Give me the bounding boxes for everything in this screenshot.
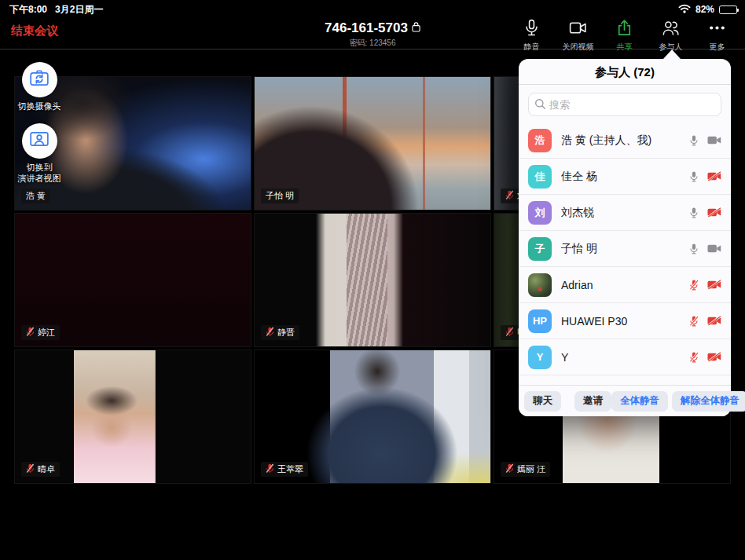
- zoom-meeting-screen: 下午8:003月2日周一 82% 结束会议 746-161-5703 密码: 1…: [0, 0, 745, 560]
- participant-row[interactable]: 浩 浩 黄 (主持人、我): [519, 123, 731, 159]
- video-off-icon[interactable]: [707, 280, 721, 290]
- date: 3月2日周一: [55, 4, 103, 15]
- avatar: Y: [528, 346, 552, 369]
- muted-mic-icon: [505, 190, 514, 202]
- wifi-icon: [678, 4, 691, 16]
- invite-button[interactable]: 邀请: [574, 391, 611, 412]
- speaker-view-button[interactable]: 切换到演讲者视图: [12, 123, 67, 185]
- video-tile[interactable]: 子怡 明: [254, 76, 491, 210]
- video-tile[interactable]: 王萃翠: [254, 350, 491, 484]
- chat-button[interactable]: 聊天: [524, 391, 561, 412]
- battery-percent: 82%: [695, 4, 714, 15]
- participant-name: 刘杰锐: [561, 206, 688, 220]
- speaker-view-icon: [29, 129, 50, 152]
- mic-on-icon[interactable]: [688, 134, 699, 147]
- avatar: 浩: [528, 129, 552, 152]
- participants-icon: [661, 18, 681, 41]
- popover-arrow: [663, 49, 681, 59]
- more-icon: [707, 18, 727, 41]
- participant-name: 佳仝 杨: [561, 170, 688, 184]
- participant-name: HUAWEI P30: [561, 315, 688, 328]
- video-off-icon[interactable]: [707, 207, 721, 218]
- mic-on-icon[interactable]: [688, 170, 699, 183]
- participant-name-badge: 王萃翠: [261, 462, 308, 477]
- mic-off-icon[interactable]: [688, 279, 699, 291]
- video-camera-icon: [568, 18, 588, 41]
- participants-footer: 聊天 邀请 全体静音 解除全体静音: [519, 385, 731, 416]
- share-button[interactable]: 共享: [601, 18, 648, 53]
- participant-name: Adrian: [561, 279, 688, 291]
- video-off-icon[interactable]: [707, 171, 721, 181]
- muted-mic-icon: [26, 327, 35, 339]
- video-off-icon[interactable]: [707, 316, 721, 326]
- switch-camera-label: 切换摄像头: [18, 101, 61, 112]
- microphone-icon: [522, 18, 541, 41]
- video-tile[interactable]: 晴卓: [14, 350, 251, 484]
- participant-name: 浩 黄 (主持人、我): [561, 134, 688, 148]
- participant-row[interactable]: 子 子怡 明: [519, 231, 731, 267]
- speaker-view-label: 切换到演讲者视图: [18, 163, 61, 185]
- muted-mic-icon: [505, 327, 514, 339]
- participants-panel: 参与人 (72) 浩 浩 黄 (主持人、我) 佳 佳仝 杨: [519, 59, 731, 416]
- lock-icon: [412, 20, 420, 36]
- switch-camera-button[interactable]: 切换摄像头: [12, 62, 67, 112]
- video-on-icon[interactable]: [707, 243, 721, 254]
- participant-row[interactable]: 佳 佳仝 杨: [519, 159, 731, 195]
- mute-all-button[interactable]: 全体静音: [611, 391, 668, 412]
- switch-camera-icon: [29, 68, 50, 92]
- participants-title: 参与人 (72): [519, 59, 731, 85]
- muted-mic-icon: [266, 463, 274, 475]
- search-icon: [534, 98, 546, 110]
- participant-row[interactable]: Adrian: [519, 267, 731, 303]
- video-tile[interactable]: 婷江: [14, 213, 251, 347]
- avatar: 刘: [528, 201, 552, 225]
- share-icon: [615, 18, 634, 41]
- stop-video-button[interactable]: 关闭视频: [555, 18, 601, 53]
- avatar: 子: [528, 237, 552, 261]
- mic-on-icon[interactable]: [688, 207, 699, 219]
- battery-icon: [719, 5, 737, 14]
- participants-button[interactable]: 参与人: [648, 18, 694, 53]
- mic-on-icon[interactable]: [688, 243, 699, 255]
- participant-name-badge: 嫣丽 汪: [501, 462, 550, 477]
- participant-name-badge: 晴卓: [21, 462, 60, 477]
- avatar: [528, 273, 552, 297]
- unmute-all-button[interactable]: 解除全体静音: [672, 391, 745, 412]
- clock: 下午8:00: [9, 4, 47, 15]
- participant-row[interactable]: HP HUAWEI P30: [519, 303, 731, 339]
- side-controls: 切换摄像头 切换到演讲者视图: [12, 62, 67, 195]
- status-bar: 下午8:003月2日周一 82%: [0, 0, 745, 17]
- video-tile[interactable]: 静晋: [254, 213, 491, 347]
- participants-list: 浩 浩 黄 (主持人、我) 佳 佳仝 杨 刘 刘杰锐: [519, 121, 731, 375]
- search-input[interactable]: [528, 93, 721, 116]
- participant-name-badge: 婷江: [21, 325, 60, 340]
- meeting-id: 746-161-5703: [325, 20, 408, 36]
- mute-button[interactable]: 静音: [508, 18, 555, 53]
- meeting-toolbar: 结束会议 746-161-5703 密码: 123456 静音 关闭视频 共享: [0, 17, 745, 49]
- muted-mic-icon: [266, 327, 274, 339]
- participant-row[interactable]: Y Y: [519, 339, 731, 375]
- participant-name: 子怡 明: [561, 242, 688, 256]
- more-button[interactable]: 更多: [694, 18, 740, 53]
- avatar: 佳: [528, 165, 552, 188]
- toolbar-actions: 静音 关闭视频 共享 参与人 更多: [508, 18, 740, 53]
- avatar: HP: [528, 309, 552, 333]
- participant-row[interactable]: 刘 刘杰锐: [519, 195, 731, 231]
- mic-off-icon[interactable]: [688, 315, 699, 328]
- muted-mic-icon: [505, 463, 514, 475]
- video-on-icon[interactable]: [707, 135, 721, 145]
- mic-off-icon[interactable]: [688, 351, 699, 364]
- participant-name: Y: [561, 351, 688, 364]
- participant-name-badge: 子怡 明: [261, 188, 299, 203]
- participant-name-badge: 静晋: [261, 325, 299, 340]
- muted-mic-icon: [26, 463, 35, 475]
- video-off-icon[interactable]: [707, 352, 721, 362]
